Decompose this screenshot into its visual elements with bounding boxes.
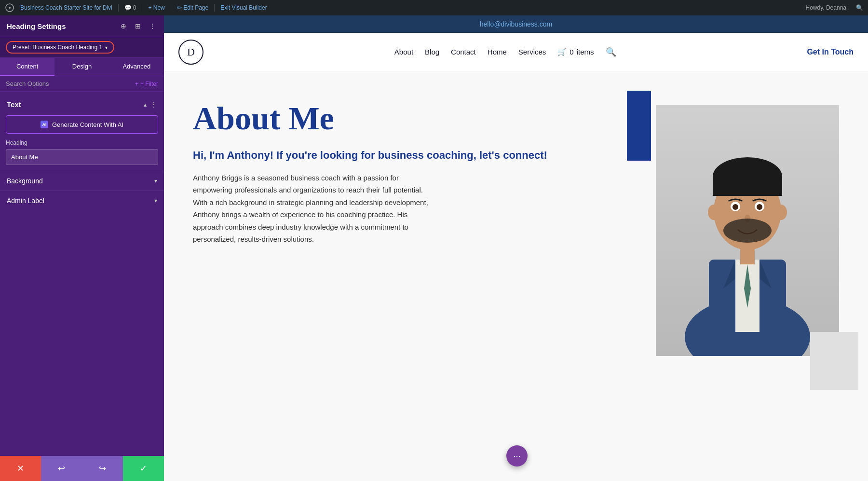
comments-link[interactable]: 💬 0 <box>124 4 136 11</box>
howdy-text: Howdy, Deanna <box>806 4 847 11</box>
redo-button[interactable]: ↪ <box>82 456 123 481</box>
sidebar-tabs: Content Design Advanced <box>0 58 164 76</box>
edit-page-link[interactable]: ✏ Edit Page <box>177 4 208 11</box>
comment-icon: 💬 <box>124 4 132 11</box>
nav-link-services[interactable]: Services <box>518 48 546 56</box>
redo-icon: ↪ <box>99 463 106 474</box>
preset-bar: Preset: Business Coach Heading 1 ▾ <box>0 37 164 58</box>
preset-label: Preset: Business Coach Heading 1 <box>13 44 102 51</box>
filter-plus-icon: + <box>135 81 138 87</box>
cancel-button[interactable]: ✕ <box>0 456 41 481</box>
columns-icon[interactable]: ⊞ <box>133 21 143 31</box>
page-heading: About Me <box>193 100 617 137</box>
cart-label: items <box>577 48 594 56</box>
sidebar-bottom-bar: ✕ ↩ ↪ ✓ <box>0 456 164 481</box>
separator2 <box>142 4 142 12</box>
nav-cart[interactable]: 🛒 0 items <box>557 48 594 56</box>
preset-pill[interactable]: Preset: Business Coach Heading 1 ▾ <box>6 41 114 54</box>
admin-label-chevron-down-icon: ▾ <box>154 197 157 204</box>
text-section-label: Text <box>7 100 21 109</box>
sidebar-body: Text ▴ ⋮ AI Generate Content With AI Hea… <box>0 92 164 456</box>
cart-icon: 🛒 <box>557 48 567 56</box>
nav-link-home[interactable]: Home <box>488 48 507 56</box>
ai-generate-label: Generate Content With AI <box>52 121 123 128</box>
text-section-left: Text <box>7 100 21 109</box>
nav-link-about[interactable]: About <box>394 48 413 56</box>
svg-point-19 <box>723 219 772 243</box>
save-button[interactable]: ✓ <box>123 456 164 481</box>
text-section-dots-icon[interactable]: ⋮ <box>150 101 157 109</box>
person-image <box>656 105 839 356</box>
site-name[interactable]: Business Coach Starter Site for Divi <box>20 4 112 11</box>
cart-count: 0 <box>570 48 573 56</box>
blue-accent-block <box>627 91 651 161</box>
heading-input[interactable] <box>6 149 158 165</box>
svg-point-21 <box>775 205 787 220</box>
filter-button[interactable]: + + Filter <box>135 81 158 87</box>
preset-chevron-icon: ▾ <box>105 45 108 50</box>
new-link[interactable]: + New <box>148 4 164 11</box>
svg-rect-13 <box>713 177 782 196</box>
person-illustration <box>656 105 839 356</box>
target-icon[interactable]: ⊕ <box>119 21 128 31</box>
cancel-icon: ✕ <box>17 463 24 474</box>
undo-icon: ↩ <box>58 463 65 474</box>
page-body-text: Anthony Briggs is a seasoned business co… <box>193 172 434 246</box>
heading-field-group: Heading <box>0 139 164 171</box>
page-subheading: Hi, I'm Anthony! If you're looking for b… <box>193 148 617 163</box>
admin-label-section[interactable]: Admin Label ▾ <box>0 191 164 210</box>
sidebar-header-icons: ⊕ ⊞ ⋮ <box>119 21 157 31</box>
nav-search-icon[interactable]: 🔍 <box>606 47 616 57</box>
exit-builder-link[interactable]: Exit Visual Builder <box>220 4 267 11</box>
gray-bg-block <box>810 332 858 390</box>
page-image-area <box>637 91 839 371</box>
page-body: About Me Hi, I'm Anthony! If you're look… <box>164 71 868 481</box>
background-section[interactable]: Background ▾ <box>0 171 164 191</box>
main-area: Heading Settings ⊕ ⊞ ⋮ Preset: Business … <box>0 15 868 481</box>
page-text-area: About Me Hi, I'm Anthony! If you're look… <box>193 91 617 246</box>
admin-search-icon[interactable]: 🔍 <box>856 4 863 11</box>
nav-link-blog[interactable]: Blog <box>425 48 439 56</box>
wp-logo-icon[interactable] <box>5 3 14 13</box>
admin-bar: Business Coach Starter Site for Divi 💬 0… <box>0 0 868 15</box>
tab-content[interactable]: Content <box>0 58 54 76</box>
nav-links: About Blog Contact Home Services 🛒 0 ite… <box>394 47 616 57</box>
heading-field-label: Heading <box>6 139 158 146</box>
background-chevron-down-icon: ▾ <box>154 178 157 184</box>
page-nav: D About Blog Contact Home Services 🛒 0 i… <box>164 33 868 71</box>
floating-menu-dots-icon: ··· <box>513 451 520 461</box>
sidebar-header: Heading Settings ⊕ ⊞ ⋮ <box>0 15 164 37</box>
svg-point-1 <box>9 7 11 9</box>
text-section-header[interactable]: Text ▴ ⋮ <box>0 96 164 112</box>
nav-logo[interactable]: D <box>178 40 203 65</box>
email-link[interactable]: hello@divibusiness.com <box>480 20 552 28</box>
text-section-right: ▴ ⋮ <box>144 101 157 109</box>
admin-label-section-label: Admin Label <box>7 197 44 205</box>
background-section-label: Background <box>7 177 43 185</box>
tab-advanced[interactable]: Advanced <box>109 58 164 76</box>
page-content: hello@divibusiness.com D About Blog Cont… <box>164 15 868 481</box>
nav-link-contact[interactable]: Contact <box>451 48 476 56</box>
separator4 <box>214 4 215 12</box>
ai-icon: AI <box>41 121 48 128</box>
svg-point-20 <box>708 205 719 220</box>
tab-design[interactable]: Design <box>54 58 109 76</box>
separator3 <box>171 4 171 12</box>
save-icon: ✓ <box>140 463 147 474</box>
search-input[interactable] <box>6 80 131 87</box>
sidebar: Heading Settings ⊕ ⊞ ⋮ Preset: Business … <box>0 15 164 481</box>
sidebar-title: Heading Settings <box>7 22 66 30</box>
filter-label: + Filter <box>140 81 158 87</box>
ai-generate-button[interactable]: AI Generate Content With AI <box>6 115 158 134</box>
undo-button[interactable]: ↩ <box>41 456 82 481</box>
svg-point-17 <box>757 204 762 210</box>
sidebar-search-bar: + + Filter <box>0 76 164 92</box>
nav-cta-button[interactable]: Get In Touch <box>807 48 854 56</box>
separator <box>118 4 119 12</box>
floating-menu-button[interactable]: ··· <box>506 445 528 467</box>
page-topbar: hello@divibusiness.com <box>164 15 868 33</box>
text-section-chevron-up-icon: ▴ <box>144 101 147 108</box>
more-options-icon[interactable]: ⋮ <box>148 21 157 31</box>
svg-point-16 <box>732 204 738 210</box>
